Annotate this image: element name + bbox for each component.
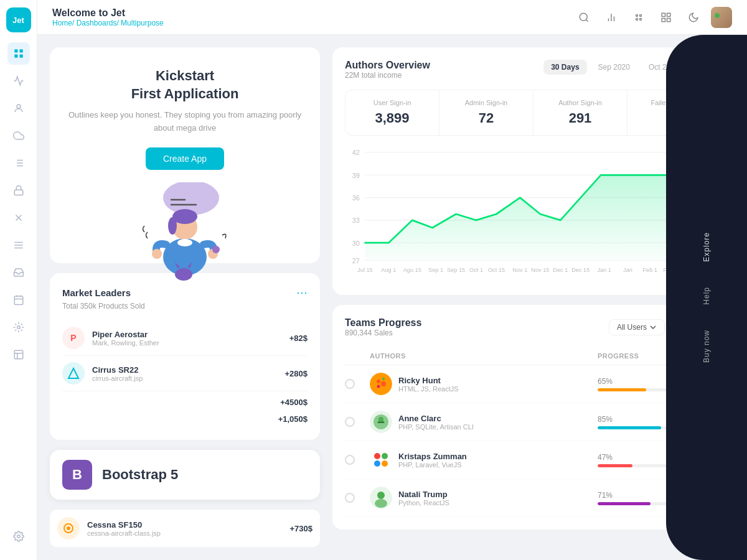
market-leaders-more-icon[interactable]: ⋯ xyxy=(296,286,308,299)
col-progress: PROGRESS xyxy=(598,352,672,360)
bootstrap-label: Bootstrap 5 xyxy=(102,467,178,483)
svg-point-49 xyxy=(212,246,220,253)
sidebar-item-analytics[interactable] xyxy=(7,70,30,92)
svg-line-27 xyxy=(586,19,588,21)
stat-user-signin: User Sign-in 3,899 xyxy=(345,90,439,135)
svg-point-102 xyxy=(377,492,385,499)
breadcrumb-home[interactable]: Home/ xyxy=(52,19,74,27)
team-author-anne: Anne Clarc PHP, SQLite, Artisan CLI xyxy=(370,411,598,433)
market-leaders-title: Market Leaders xyxy=(62,287,131,298)
svg-text:Feb 1: Feb 1 xyxy=(642,267,657,273)
sidebar-item-user[interactable] xyxy=(7,97,30,119)
online-indicator xyxy=(715,13,720,18)
svg-point-31 xyxy=(636,14,638,16)
svg-point-46 xyxy=(168,217,177,235)
sidebar-item-inbox[interactable] xyxy=(7,261,30,284)
analytics-button[interactable] xyxy=(601,7,621,27)
market-leaders-subtitle: Total 350k Products Sold xyxy=(62,302,308,310)
teams-progress-title: Teams Progress xyxy=(345,317,609,329)
main-wrapper: Welcome to Jet Home/ Dashboards/ Multipu… xyxy=(37,0,747,560)
svg-point-89 xyxy=(377,380,380,383)
row-checkbox[interactable] xyxy=(345,493,355,503)
layout-button[interactable] xyxy=(656,7,676,27)
breadcrumb-dashboards[interactable]: Dashboards/ xyxy=(77,19,119,27)
all-users-filter[interactable]: All Users xyxy=(609,319,665,335)
sidebar: Jet xyxy=(0,0,37,560)
market-item-2-icon xyxy=(62,362,85,385)
market-item-4: +1,050$ xyxy=(62,411,308,427)
svg-text:39: 39 xyxy=(352,172,360,179)
row-checkbox[interactable] xyxy=(345,417,355,427)
avatar-anne xyxy=(370,411,392,433)
svg-point-100 xyxy=(382,460,388,467)
content-area: Kickstart First Application Outlines kee… xyxy=(37,35,747,560)
sidebar-item-settings[interactable] xyxy=(7,525,30,548)
svg-point-21 xyxy=(17,326,20,329)
market-item-1-icon: P xyxy=(62,327,85,349)
svg-text:Sep 1: Sep 1 xyxy=(428,267,443,273)
svg-text:Oct 1: Oct 1 xyxy=(469,267,483,273)
apps-grid-button[interactable] xyxy=(629,7,649,27)
svg-text:Jan 1: Jan 1 xyxy=(597,267,611,273)
avatar-natali xyxy=(370,487,392,509)
explore-tab[interactable]: Explore xyxy=(697,222,716,272)
help-tab[interactable]: Help xyxy=(697,277,716,315)
row-checkbox[interactable] xyxy=(345,379,355,389)
theme-toggle-button[interactable] xyxy=(684,7,703,27)
create-app-button[interactable]: Create App xyxy=(146,147,224,170)
svg-point-92 xyxy=(382,378,385,380)
sidebar-item-close[interactable] xyxy=(7,207,30,229)
sidebar-item-calendar[interactable] xyxy=(7,289,30,311)
sidebar-item-lock[interactable] xyxy=(7,179,30,202)
sidebar-item-grid[interactable] xyxy=(7,42,30,65)
svg-point-26 xyxy=(580,13,587,21)
sidebar-item-template[interactable] xyxy=(7,343,30,366)
svg-point-99 xyxy=(374,460,380,467)
svg-text:Agu 15: Agu 15 xyxy=(403,267,421,273)
breadcrumb-multipurpose: Multipurpose xyxy=(121,19,164,27)
sidebar-item-cloud[interactable] xyxy=(7,124,30,147)
svg-point-33 xyxy=(636,18,638,20)
stat-author-signin: Author Sign-in 291 xyxy=(533,90,627,135)
progress-natali: 71% xyxy=(598,491,672,505)
svg-text:Dec 15: Dec 15 xyxy=(571,267,590,273)
tab-sep2020[interactable]: Sep 2020 xyxy=(591,60,637,75)
avatar[interactable] xyxy=(711,7,732,28)
authors-overview-subtitle: 22M total income xyxy=(345,71,543,80)
cessna-item: Cessna SF150 cessna-aircraft-class.jsp +… xyxy=(50,510,320,548)
svg-point-97 xyxy=(374,453,380,459)
avatar-ricky xyxy=(370,373,392,395)
svg-point-51 xyxy=(175,268,192,281)
svg-text:Aug 1: Aug 1 xyxy=(381,267,396,273)
tab-30days[interactable]: 30 Days xyxy=(543,60,586,75)
row-checkbox[interactable] xyxy=(345,455,355,465)
svg-rect-3 xyxy=(19,55,22,58)
buy-now-tab[interactable]: Buy now xyxy=(697,320,716,373)
header: Welcome to Jet Home/ Dashboards/ Multipu… xyxy=(37,0,747,35)
svg-text:30: 30 xyxy=(352,240,360,247)
sidebar-logo[interactable]: Jet xyxy=(6,7,31,32)
progress-kristaps: 47% xyxy=(598,453,672,467)
svg-rect-0 xyxy=(14,49,17,52)
teams-progress-subtitle: 890,344 Sales xyxy=(345,329,609,337)
svg-text:Jan: Jan xyxy=(623,267,632,273)
header-title-area: Welcome to Jet Home/ Dashboards/ Multipu… xyxy=(52,7,574,27)
svg-point-25 xyxy=(17,535,20,538)
svg-text:Oct 15: Oct 15 xyxy=(488,267,505,273)
market-item-1: P Piper Aerostar Mark, Rowling, Esther +… xyxy=(62,320,308,356)
svg-text:36: 36 xyxy=(352,194,360,202)
svg-point-47 xyxy=(152,249,162,259)
search-button[interactable] xyxy=(574,7,594,27)
left-panel: Kickstart First Application Outlines kee… xyxy=(37,35,330,560)
sidebar-item-menu[interactable] xyxy=(7,234,30,256)
svg-text:33: 33 xyxy=(352,217,360,224)
svg-marker-54 xyxy=(68,368,78,378)
market-leaders-card: Market Leaders ⋯ Total 350k Products Sol… xyxy=(50,273,320,440)
svg-text:Sep 15: Sep 15 xyxy=(447,267,465,273)
svg-text:Nov 1: Nov 1 xyxy=(512,267,527,273)
sidebar-item-tools[interactable] xyxy=(7,316,30,338)
kickstart-description: Outlines keep you honest. They stoping y… xyxy=(65,109,305,135)
sidebar-item-list[interactable] xyxy=(7,152,30,174)
market-item-2: Cirrus SR22 cirrus-aircraft.jsp +280$ xyxy=(62,356,308,391)
authors-overview-title: Authors Overview xyxy=(345,60,543,71)
